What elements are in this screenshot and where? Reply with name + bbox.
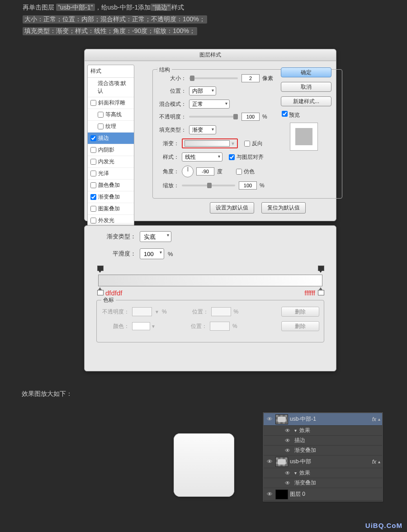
layer-row-usb-mid[interactable]: 👁 usb-中部 fx ▴ [264,456,382,468]
fill-type-select[interactable]: 渐变 [189,125,216,134]
blend-options-header[interactable]: 混合选项:默认 [88,78,134,97]
style-item-inner-glow[interactable]: 内发光 [88,156,134,168]
opacity-input[interactable] [241,113,260,121]
style-label: 等高线 [105,111,122,119]
style-color-overlay-checkbox[interactable] [90,182,96,188]
layer-thumbnail[interactable] [275,489,288,499]
visibility-eye-icon[interactable]: 👁 [284,447,292,454]
blend-mode-select[interactable]: 正常 [189,100,230,109]
chevron-up-icon[interactable]: ▴ [378,417,380,422]
opacity-stop-left[interactable] [97,266,103,273]
gradient-style-select[interactable]: 线性 [182,152,222,162]
style-item-pattern-overlay[interactable]: 图案叠加 [88,203,134,215]
style-item-bevel[interactable]: 斜面和浮雕 [88,97,134,109]
layer-row-usb-mid-1[interactable]: 👁 usb-中部-1 fx ▴ [264,413,382,426]
dropdown-icon[interactable]: ▼ [151,324,156,329]
fx-badge: fx [372,459,376,465]
set-default-button[interactable]: 设置为默认值 [210,202,254,214]
cancel-button[interactable]: 取消 [281,82,331,92]
layer-effect-stroke[interactable]: 👁描边 [264,436,382,446]
visibility-eye-icon[interactable]: 👁 [284,437,292,444]
intro-layer-name: "usb-中部-1" [56,4,95,11]
layer-effects-row[interactable]: 👁▾效果 [264,468,382,478]
visibility-eye-icon[interactable]: 👁 [265,458,274,465]
opacity-slider[interactable] [189,116,238,118]
visibility-eye-icon[interactable]: 👁 [284,428,292,434]
style-outer-glow-checkbox[interactable] [90,218,96,223]
style-label: 颜色叠加 [98,181,120,189]
watermark: UiBQ.CoM [365,522,402,529]
style-texture-checkbox[interactable] [98,124,104,129]
scale-input[interactable] [239,181,257,190]
gradient-dropdown-icon[interactable]: ▼ [231,141,235,146]
style-item-stroke[interactable]: 描边 [88,133,134,144]
styles-header[interactable]: 样式 [88,65,134,78]
layer-row-bg[interactable]: 👁 图层 0 [264,488,382,501]
style-item-contour[interactable]: 等高线 [88,109,134,121]
style-satin-checkbox[interactable] [90,171,96,176]
layer-thumbnail[interactable] [275,457,288,467]
style-stroke-checkbox[interactable] [90,135,96,141]
reset-default-button[interactable]: 复位为默认值 [261,202,306,214]
style-label: 光泽 [98,170,109,177]
chevron-down-icon[interactable]: ▾ [294,470,297,475]
layer-style-dialog: 图层样式 样式 混合选项:默认 斜面和浮雕 等高线 纹理 描边 内阴影 内发光 … [84,49,336,221]
style-inner-shadow-checkbox[interactable] [90,147,96,153]
chevron-down-icon[interactable]: ▾ [294,428,297,433]
angle-dial[interactable] [182,166,194,177]
style-pattern-overlay-checkbox[interactable] [90,206,96,212]
chevron-up-icon[interactable]: ▴ [378,459,380,464]
effect-name: 渐变叠加 [294,479,316,487]
position-select[interactable]: 内部 [189,86,216,95]
ok-button[interactable]: 确定 [281,67,331,77]
opacity-stop-right[interactable] [318,266,323,273]
scale-unit: % [260,182,265,189]
visibility-eye-icon[interactable]: 👁 [284,480,292,486]
gradient-type-select[interactable]: 实底 [140,231,171,242]
color-stop-right[interactable] [318,287,323,294]
style-item-gradient-overlay[interactable]: 渐变叠加 [88,191,134,203]
dropdown-icon[interactable]: ▼ [155,309,159,314]
scale-slider[interactable] [182,185,235,186]
stop-color-position-label: 位置： [179,323,207,330]
new-style-button[interactable]: 新建样式... [281,96,331,106]
gradient-strip[interactable] [98,275,322,286]
smoothness-input[interactable] [140,248,164,259]
style-item-color-overlay[interactable]: 颜色叠加 [88,180,134,191]
style-item-texture[interactable]: 纹理 [88,121,134,133]
dither-checkbox[interactable] [236,169,242,175]
style-inner-glow-checkbox[interactable] [90,159,96,165]
reverse-checkbox[interactable] [244,141,250,147]
stop-color-position-input[interactable] [210,322,230,331]
style-item-satin[interactable]: 光泽 [88,168,134,180]
stop-color-swatch[interactable] [132,322,150,330]
visibility-eye-icon[interactable]: 👁 [284,470,292,476]
intro-params-1: 大小：正常；位置：内部；混合样式：正常；不透明度：100%； [23,15,207,24]
size-input[interactable] [241,74,260,82]
size-slider[interactable] [189,77,238,79]
style-item-inner-shadow[interactable]: 内阴影 [88,144,134,156]
preview-checkbox[interactable] [282,111,288,117]
gradient-strip-editor[interactable]: dfdfdf ffffff [98,266,322,297]
layer-effect-gradient-overlay[interactable]: 👁渐变叠加 [264,478,382,488]
delete-opacity-stop-button[interactable]: 删除 [281,307,319,317]
layer-effect-gradient-overlay[interactable]: 👁渐变叠加 [264,446,382,456]
color-stop-left[interactable] [97,287,103,294]
align-checkbox[interactable] [229,154,235,160]
stop-opacity-input[interactable] [132,307,152,316]
smoothness-label: 平滑度： [94,250,136,258]
style-label: 图案叠加 [98,205,120,213]
layer-thumbnail[interactable] [275,414,288,424]
gradient-picker[interactable] [185,140,230,147]
angle-input[interactable] [196,167,214,176]
delete-color-stop-button[interactable]: 删除 [281,321,319,331]
intro-text: ，给usb-中部-1添加 [95,4,151,11]
style-contour-checkbox[interactable] [98,112,104,118]
result-preview-image [174,433,234,497]
style-bevel-checkbox[interactable] [90,100,96,106]
style-gradient-overlay-checkbox[interactable] [90,194,96,200]
visibility-eye-icon[interactable]: 👁 [265,491,274,498]
visibility-eye-icon[interactable]: 👁 [265,416,274,423]
layer-effects-row[interactable]: 👁▾效果 [264,426,382,436]
stop-position-input[interactable] [211,307,231,316]
